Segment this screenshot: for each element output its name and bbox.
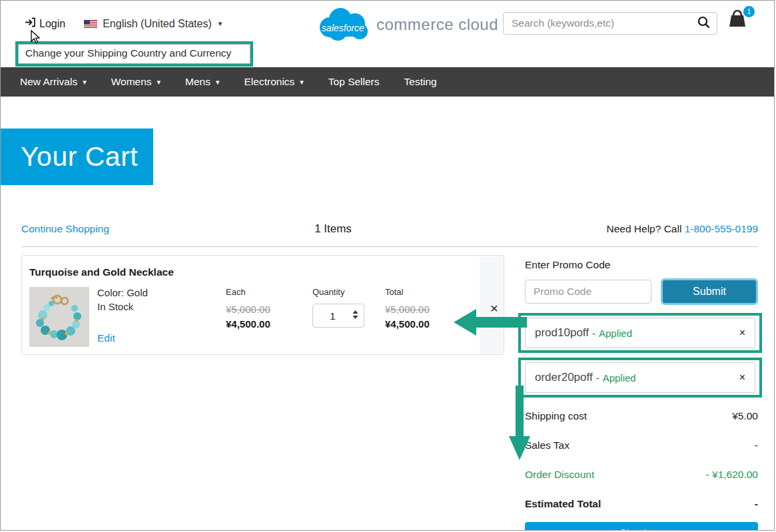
promo-status: Applied [599, 328, 739, 339]
total-original-price: ¥5,000.00 [385, 304, 472, 315]
order-discount-label: Order Discount [525, 469, 594, 481]
language-selector[interactable]: English (United States) ▾ [84, 18, 222, 30]
shipping-cost-label: Shipping cost [525, 410, 587, 422]
stock-status: In Stock [97, 301, 226, 312]
cart-button[interactable]: 1 [727, 9, 755, 35]
quantity-select[interactable]: 1 [312, 304, 364, 328]
search-icon[interactable] [697, 16, 710, 31]
promo-code-text: order20poff [535, 371, 593, 384]
cart-item-card: Turquoise and Gold Necklace [21, 255, 504, 355]
sales-tax-value: - [755, 439, 758, 451]
quantity-value: 1 [313, 310, 352, 322]
nav-electronics[interactable]: Electronics▾ [244, 76, 304, 88]
help-phone-link[interactable]: 1-800-555-0199 [685, 223, 758, 234]
each-sale-price: ¥4,500.00 [226, 318, 312, 330]
main-nav: New Arrivals▾ Womens▾ Mens▾ Electronics▾… [1, 67, 774, 97]
promo-separator: - [592, 328, 595, 339]
page-title-banner: Your Cart [1, 129, 153, 185]
chevron-down-icon: ▾ [157, 78, 161, 87]
estimated-total-value: - [755, 498, 758, 510]
items-count: 1 Items [128, 222, 538, 236]
logo-product-name: commerce cloud [376, 15, 498, 34]
login-icon [25, 17, 36, 30]
sales-tax-row: Sales Tax - [525, 433, 758, 458]
promo-entry-row: Submit [525, 280, 758, 305]
total-label: Total [385, 287, 472, 297]
promo-submit-button[interactable]: Submit [661, 278, 758, 305]
promo-code-input[interactable] [525, 280, 651, 304]
promo-code-text: prod10poff [535, 326, 589, 340]
chevron-down-icon: ▾ [83, 78, 87, 87]
order-discount-value: - ¥1,620.00 [706, 469, 758, 481]
language-label: English (United States) [103, 18, 212, 30]
applied-promo-row: order20poff - Applied × [525, 362, 755, 393]
promo-title: Enter Promo Code [525, 259, 758, 271]
nav-top-sellers[interactable]: Top Sellers [328, 76, 380, 88]
chevron-down-icon: ▾ [216, 78, 220, 87]
product-name: Turquoise and Gold Necklace [29, 266, 504, 278]
promo-status: Applied [603, 372, 739, 384]
need-help-text: Need Help? Call 1-800-555-0199 [538, 223, 758, 235]
shipping-country-tooltip-highlight: Change your Shipping Country and Currenc… [15, 41, 253, 67]
stepper-arrows-icon [352, 310, 358, 322]
estimated-total-row: Estimated Total - [525, 491, 758, 517]
product-image[interactable] [29, 287, 89, 347]
nav-new-arrivals[interactable]: New Arrivals▾ [20, 76, 87, 88]
quantity-label: Quantity [312, 287, 376, 297]
total-price-column: Total ¥5,000.00 ¥4,500.00 [385, 287, 472, 347]
edit-link[interactable]: Edit [97, 332, 115, 344]
continue-shopping-link[interactable]: Continue Shopping [21, 223, 109, 234]
estimated-total-label: Estimated Total [525, 498, 601, 510]
cart-count-badge: 1 [743, 6, 755, 17]
shipping-cost-row: Shipping cost ¥5.00 [525, 403, 758, 429]
order-discount-row: Order Discount - ¥1,620.00 [525, 462, 758, 487]
login-label: Login [39, 18, 65, 30]
product-color: Color: Gold [97, 287, 226, 298]
chevron-down-icon: ▾ [218, 19, 222, 28]
promo-applied-highlight: prod10poff - Applied × [518, 313, 762, 353]
header-utility-bar: Login English (United States) ▾ [25, 17, 222, 30]
login-link[interactable]: Login [25, 17, 65, 30]
promo-separator: - [596, 372, 599, 384]
nav-testing[interactable]: Testing [404, 76, 437, 88]
promo-applied-highlight: order20poff - Applied × [518, 358, 762, 398]
each-price-column: Each ¥5,000.00 ¥4,500.00 [226, 287, 312, 347]
nav-mens[interactable]: Mens▾ [185, 76, 219, 88]
each-label: Each [226, 287, 312, 297]
header: Login English (United States) ▾ Change y… [1, 1, 774, 67]
cart-page: Login English (United States) ▾ Change y… [0, 0, 775, 531]
sales-tax-label: Sales Tax [525, 439, 570, 451]
shipping-cost-value: ¥5.00 [732, 410, 758, 422]
quantity-column: Quantity 1 [312, 287, 376, 347]
shipping-country-tooltip: Change your Shipping Country and Currenc… [18, 44, 250, 64]
remove-promo-icon[interactable]: × [739, 328, 745, 338]
search-box [503, 12, 717, 35]
salesforce-cloud-icon: salesforce [315, 5, 371, 45]
mouse-cursor [31, 30, 41, 47]
product-attributes: Color: Gold In Stock Edit [97, 287, 226, 347]
search-input[interactable] [512, 17, 697, 29]
svg-text:salesforce: salesforce [322, 23, 364, 33]
cart-content: Turquoise and Gold Necklace [21, 255, 758, 531]
each-original-price: ¥5,000.00 [226, 304, 312, 315]
brand-logo[interactable]: salesforce commerce cloud [315, 5, 498, 45]
remove-item-icon[interactable]: × [490, 301, 498, 315]
page-title: Your Cart [21, 141, 138, 172]
remove-promo-icon[interactable]: × [739, 372, 745, 383]
order-summary: Enter Promo Code Submit prod10poff - App… [525, 255, 758, 531]
nav-womens[interactable]: Womens▾ [111, 76, 161, 88]
total-sale-price: ¥4,500.00 [385, 318, 472, 330]
chevron-down-icon: ▾ [300, 78, 304, 87]
us-flag-icon [84, 19, 97, 28]
cart-header-bar: Continue Shopping 1 Items Need Help? Cal… [21, 222, 758, 247]
checkout-button[interactable]: Checkout [525, 522, 758, 531]
totals-section: Shipping cost ¥5.00 Sales Tax - Order Di… [525, 403, 758, 517]
applied-promo-row: prod10poff - Applied × [525, 318, 755, 348]
